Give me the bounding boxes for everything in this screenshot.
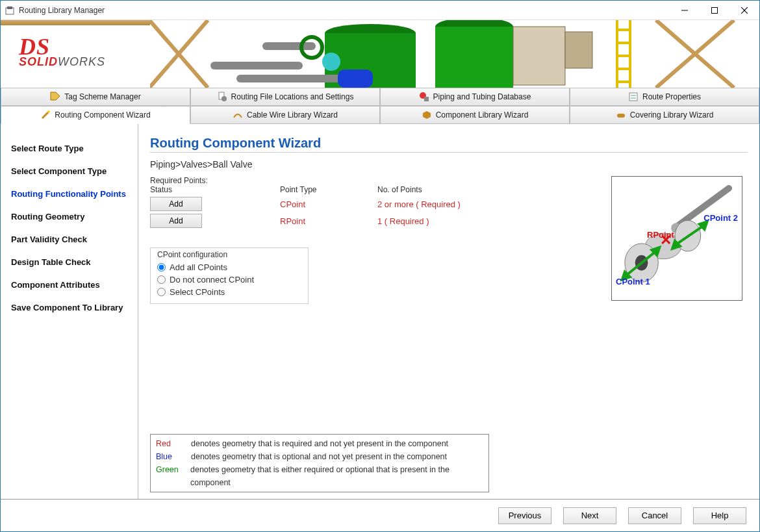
header-point-type: Point Type: [280, 185, 377, 194]
rpoint-type: RPoint: [280, 216, 377, 226]
step-component-attributes[interactable]: Component Attributes: [10, 273, 131, 296]
svg-rect-16: [565, 32, 592, 68]
radio-add-all-cpoints[interactable]: Add all CPoints: [157, 262, 301, 272]
wand-icon: [40, 110, 51, 120]
tab-cable-wire-library-wizard[interactable]: Cable Wire Library Wizard: [190, 106, 380, 124]
svg-rect-3: [712, 7, 718, 13]
cancel-button[interactable]: Cancel: [628, 507, 681, 524]
logo: DS SOLIDWORKS: [19, 41, 105, 69]
covering-icon: [616, 110, 626, 120]
window-controls: [670, 1, 759, 20]
banner: DS SOLIDWORKS: [1, 20, 759, 88]
svg-rect-1: [7, 6, 12, 9]
cpoint-configuration-group: CPoint configuration Add all CPoints Do …: [150, 247, 309, 304]
tab-routing-file-locations[interactable]: Routing File Locations and Settings: [190, 88, 380, 106]
required-points-label: Required Points:: [150, 176, 603, 185]
legend-row-blue: Blue denotes geometry that is optional a…: [156, 450, 483, 463]
tab-tag-scheme-manager[interactable]: Tag Scheme Manager: [1, 88, 190, 106]
points-header: Status Point Type No. of Points: [150, 185, 603, 194]
step-design-table-check[interactable]: Design Table Check: [10, 251, 131, 273]
maximize-button[interactable]: [700, 1, 729, 20]
tab-row-top: Tag Scheme Manager Routing File Location…: [1, 88, 759, 106]
tab-routing-component-wizard[interactable]: Routing Component Wizard: [1, 106, 190, 124]
svg-point-29: [222, 96, 227, 101]
svg-rect-31: [424, 97, 429, 101]
logo-brand: SOLIDWORKS: [19, 55, 105, 69]
properties-icon: [628, 92, 639, 102]
color-legend: Red denotes geometry that is required an…: [150, 434, 489, 492]
cpoint-type: CPoint: [280, 199, 377, 209]
svg-rect-18: [338, 70, 373, 88]
radio-select-cpoints-input[interactable]: [157, 288, 166, 296]
points-row-rpoint: Add RPoint 1 ( Required ): [150, 214, 603, 228]
titlebar: Routing Library Manager: [1, 1, 759, 20]
app-window: Routing Library Manager DS SOLIDWORKS: [0, 0, 760, 532]
radio-add-all-cpoints-input[interactable]: [157, 263, 166, 272]
points-row-cpoint: Add CPoint 2 or more ( Required ): [150, 197, 603, 211]
tab-covering-library-wizard[interactable]: Covering Library Wizard: [570, 106, 759, 124]
page-title: Routing Component Wizard: [150, 136, 748, 151]
cpoint-group-title: CPoint configuration: [157, 250, 301, 259]
document-gear-icon: [217, 92, 227, 102]
component-icon: [422, 110, 432, 120]
legend-row-red: Red denotes geometry that is required an…: [156, 437, 483, 450]
radio-do-not-connect-cpoint-input[interactable]: [157, 275, 166, 284]
rpoint-count: 1 ( Required ): [377, 216, 520, 226]
content: Select Route Type Select Component Type …: [1, 124, 759, 499]
radio-do-not-connect-cpoint[interactable]: Do not connect CPoint: [157, 275, 301, 285]
tab-route-properties[interactable]: Route Properties: [570, 88, 759, 106]
step-select-route-type[interactable]: Select Route Type: [10, 137, 131, 160]
logo-glyph: DS: [19, 41, 105, 53]
step-routing-geometry[interactable]: Routing Geometry: [10, 205, 131, 228]
svg-marker-37: [423, 111, 431, 119]
step-routing-functionality-points[interactable]: Routing Functionality Points: [10, 183, 131, 205]
breadcrumb: Piping>Valves>Ball Valve: [150, 159, 748, 170]
component-preview: CPoint 1 CPoint 2 RPoint: [611, 176, 742, 301]
step-select-component-type[interactable]: Select Component Type: [10, 160, 131, 183]
tab-row-bottom: Routing Component Wizard Cable Wire Libr…: [1, 106, 759, 124]
legend-row-green: Green denotes geometry that is either re…: [156, 463, 483, 489]
previous-button[interactable]: Previous: [498, 507, 551, 524]
title-underline: [150, 152, 748, 153]
tag-icon: [50, 92, 60, 102]
tab-component-library-wizard[interactable]: Component Library Wizard: [380, 106, 570, 124]
tab-piping-tubing-database[interactable]: Piping and Tubing Database: [380, 88, 570, 106]
svg-rect-14: [435, 27, 513, 88]
step-save-component-to-library[interactable]: Save Component To Library: [10, 296, 131, 319]
wizard-main: Routing Component Wizard Piping>Valves>B…: [138, 124, 759, 499]
database-gear-icon: [419, 92, 429, 102]
add-cpoint-button[interactable]: Add: [150, 197, 202, 211]
header-no-of-points: No. of Points: [377, 185, 520, 194]
next-button[interactable]: Next: [563, 507, 616, 524]
svg-rect-15: [513, 27, 565, 85]
close-button[interactable]: [729, 1, 759, 20]
app-icon: [5, 5, 15, 16]
cable-icon: [233, 110, 243, 120]
svg-line-35: [42, 112, 49, 118]
svg-rect-32: [629, 93, 637, 101]
help-button[interactable]: Help: [693, 507, 746, 524]
step-part-validity-check[interactable]: Part Validity Check: [10, 228, 131, 251]
add-rpoint-button[interactable]: Add: [150, 214, 202, 228]
wizard-sidebar: Select Route Type Select Component Type …: [1, 124, 138, 499]
svg-rect-38: [617, 114, 625, 118]
preview-label-cpoint2: CPoint 2: [703, 213, 738, 223]
banner-art: [150, 20, 759, 88]
svg-point-36: [47, 110, 50, 113]
footer: Previous Next Cancel Help: [1, 499, 759, 531]
minimize-button[interactable]: [670, 1, 700, 20]
preview-label-cpoint1: CPoint 1: [616, 277, 650, 286]
preview-label-rpoint: RPoint: [647, 230, 674, 240]
svg-point-19: [322, 53, 340, 71]
cpoint-count: 2 or more ( Required ): [377, 199, 520, 209]
header-status: Status: [150, 185, 280, 194]
svg-marker-27: [51, 92, 60, 100]
radio-select-cpoints[interactable]: Select CPoints: [157, 287, 301, 297]
window-title: Routing Library Manager: [19, 6, 670, 15]
